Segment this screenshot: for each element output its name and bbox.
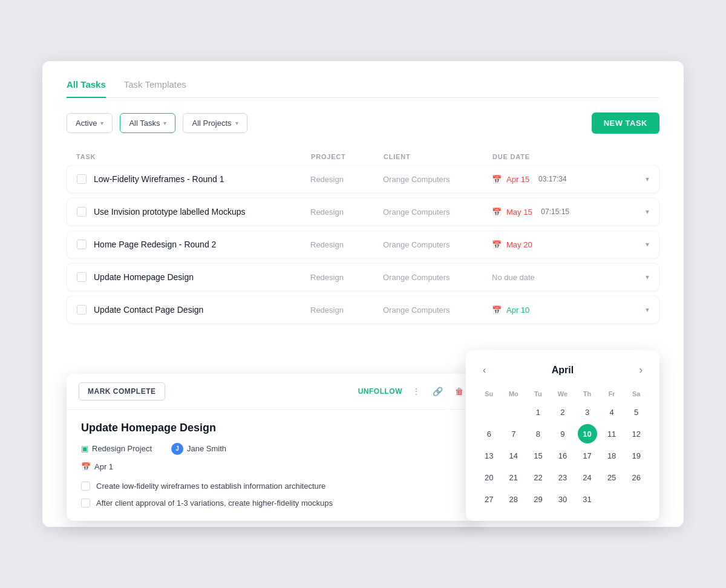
chevron-down-icon: ▾ [163,120,166,126]
tab-all-tasks[interactable]: All Tasks [67,79,106,98]
calendar-grid: SuMoTuWeThFrSa12345678910111213141516171… [478,388,647,509]
task-client: Orange Computers [383,305,492,315]
task-name-cell: Update Contact Page Design [77,305,310,315]
task-due-date: 📅Apr 15 03:17:34 [492,175,613,184]
calendar-day[interactable]: 13 [479,446,499,465]
due-date-text: May 15 [506,207,532,217]
calendar-day[interactable]: 9 [553,424,572,443]
calendar-day[interactable]: 7 [504,424,523,443]
due-date-text: Apr 10 [506,305,529,315]
calendar-day[interactable]: 23 [553,468,572,487]
calendar-day[interactable]: 4 [602,402,621,422]
task-list: Low-Fidelity Wireframes - Round 1 Redesi… [67,165,659,324]
tab-bar: All Tasks Task Templates [67,79,659,98]
task-filter-dropdown[interactable]: All Tasks ▾ [120,113,175,133]
tab-task-templates[interactable]: Task Templates [124,79,186,98]
toolbar: Active ▾ All Tasks ▾ All Projects ▾ NEW … [67,113,659,134]
more-options-button[interactable]: ⋮ [410,385,423,397]
task-project: Redesign [310,207,383,217]
task-checkbox[interactable] [77,207,87,217]
calendar-day[interactable]: 25 [602,468,621,487]
link-button[interactable]: 🔗 [430,385,445,397]
chevron-down-icon[interactable]: ▾ [646,273,649,281]
chevron-down-icon: ▾ [235,120,238,126]
task-checkbox[interactable] [77,272,87,282]
calendar-next-button[interactable]: › [635,362,647,378]
calendar-day[interactable]: 26 [627,468,646,487]
calendar-day[interactable]: 12 [627,424,646,443]
chevron-down-icon[interactable]: ▾ [646,207,649,216]
detail-project: ▣ Redesign Project [81,444,152,453]
detail-toolbar: MARK COMPLETE UNFOLLOW ⋮ 🔗 🗑 [67,374,478,410]
calendar-month: April [552,365,574,376]
due-date-text: No due date [492,273,535,282]
status-filter-dropdown[interactable]: Active ▾ [67,113,113,133]
task-checkbox[interactable] [77,240,87,249]
calendar-day[interactable]: 10 [578,424,597,443]
task-name: Home Page Redesign - Round 2 [94,240,216,249]
task-name-cell: Use Invision prototype labelled Mockups [77,207,310,217]
calendar-day[interactable]: 29 [528,489,548,509]
calendar-day[interactable]: 14 [504,446,523,465]
chevron-down-icon[interactable]: ▾ [646,240,649,249]
timer-text: 03:17:34 [534,175,566,183]
calendar-day[interactable]: 15 [528,446,548,465]
calendar-day[interactable]: 22 [528,468,548,487]
calendar-day[interactable]: 24 [578,468,597,487]
calendar-day [627,489,646,509]
detail-assignee: J Jane Smith [171,443,226,455]
table-row: Home Page Redesign - Round 2 Redesign Or… [67,230,659,258]
task-client: Orange Computers [383,240,492,249]
calendar-day[interactable]: 3 [578,402,597,422]
calendar-day[interactable]: 20 [479,468,499,487]
task-client: Orange Computers [383,175,492,184]
calendar-prev-button[interactable]: ‹ [478,362,491,378]
detail-date: 📅 Apr 1 [81,462,463,471]
calendar-day[interactable]: 27 [479,489,499,509]
task-project: Redesign [310,175,383,184]
task-name: Update Homepage Design [94,272,194,282]
calendar-day[interactable]: 6 [479,424,499,443]
task-project: Redesign [310,305,383,315]
due-date-text: May 20 [506,240,532,249]
row-expand-cell: ▾ [613,207,649,216]
task-name: Low-Fidelity Wireframes - Round 1 [94,174,224,184]
calendar-day[interactable]: 18 [602,446,621,465]
due-date-text: Apr 15 [506,175,529,184]
calendar-day[interactable]: 30 [553,489,572,509]
detail-body: Update Homepage Design ▣ Redesign Projec… [67,410,478,521]
calendar-day[interactable]: 19 [627,446,646,465]
calendar-day[interactable]: 21 [504,468,523,487]
unfollow-button[interactable]: UNFOLLOW [358,387,402,396]
task-name: Update Contact Page Design [94,305,203,315]
calendar-day[interactable]: 17 [578,446,597,465]
subtask-checkbox[interactable] [81,498,90,508]
calendar-day[interactable]: 31 [578,489,597,509]
task-checkbox[interactable] [77,174,87,184]
project-filter-dropdown[interactable]: All Projects ▾ [183,113,247,133]
delete-button[interactable]: 🗑 [453,385,466,397]
task-project: Redesign [310,240,383,249]
mark-complete-button[interactable]: MARK COMPLETE [79,382,165,400]
calendar-icon: 📅 [492,305,502,315]
calendar-day[interactable]: 2 [553,402,572,422]
calendar-day-header: Mo [503,388,525,400]
new-task-button[interactable]: NEW TASK [592,113,659,134]
calendar-day[interactable]: 28 [504,489,523,509]
calendar-day[interactable]: 11 [602,424,621,443]
calendar-day[interactable]: 8 [528,424,548,443]
task-detail-panel: MARK COMPLETE UNFOLLOW ⋮ 🔗 🗑 Update Home… [67,374,478,521]
table-row: Low-Fidelity Wireframes - Round 1 Redesi… [67,165,659,193]
calendar-icon: 📅 [492,207,502,217]
task-due-date: 📅May 20 [492,240,613,249]
subtask-checkbox[interactable] [81,482,90,491]
row-expand-cell: ▾ [613,240,649,249]
calendar-day[interactable]: 1 [528,402,548,422]
chevron-down-icon[interactable]: ▾ [646,305,649,314]
chevron-down-icon[interactable]: ▾ [646,175,649,183]
calendar-day-header: Sa [625,388,647,400]
task-name: Use Invision prototype labelled Mockups [94,207,246,217]
calendar-day[interactable]: 16 [553,446,572,465]
calendar-day[interactable]: 5 [627,402,646,422]
task-checkbox[interactable] [77,305,87,315]
